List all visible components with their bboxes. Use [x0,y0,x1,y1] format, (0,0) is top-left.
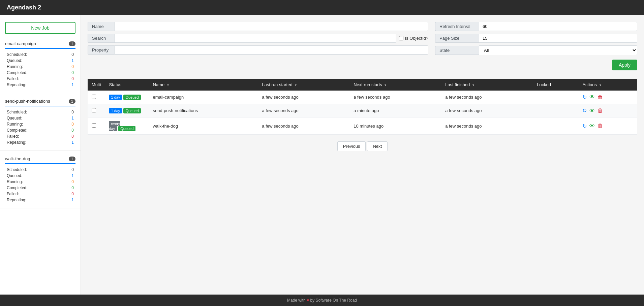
next-run-sort-icon[interactable]: ▾ [385,83,386,87]
refresh-icon[interactable]: ↻ [582,107,587,114]
name-label: Name [88,22,115,31]
jobs-table: Multi Status Name ▾ Last run started ▾ N… [88,79,637,135]
stat-value: 1 [71,58,74,63]
stat-value: 0 [71,110,74,114]
row-actions-cell: ↻👁🗑 [578,104,637,117]
sidebar-job-header[interactable]: email-campaign1 [0,39,81,48]
sidebar-stat-row: Repeating:1 [0,82,81,88]
table-header: Multi Status Name ▾ Last run started ▾ N… [88,79,637,91]
stat-value: 0 [71,128,74,133]
row-last-finished: a few seconds ago [441,91,533,104]
action-icons: ↻👁🗑 [582,107,633,114]
footer-text-after: by Software On The Road [310,298,357,303]
stat-value: 0 [71,76,74,81]
sidebar-stat-row: Failed:0 [0,191,81,197]
stat-label: Running: [7,64,23,69]
table-header-row: Multi Status Name ▾ Last run started ▾ N… [88,79,637,91]
stat-value: 1 [71,116,74,121]
new-job-button[interactable]: New Job [5,22,75,34]
sidebar-job-badge: 1 [69,41,75,46]
state-select[interactable]: AllScheduledQueuedRunningCompletedFailed… [479,45,637,55]
last-run-sort-icon[interactable]: ▾ [295,83,297,87]
name-input[interactable] [115,22,428,31]
row-checkbox[interactable] [92,95,96,99]
row-actions-cell: ↻👁🗑 [578,91,637,104]
view-icon[interactable]: 👁 [589,123,595,129]
row-last-run-started: a few seconds ago [258,117,349,135]
stat-value: 0 [71,192,74,196]
delete-icon[interactable]: 🗑 [597,123,603,129]
property-filter-row: Property [88,45,428,55]
is-objectid-checkbox[interactable] [399,36,403,40]
table-row: 1 dayQueuedsend-push-notificationsa few … [88,104,637,117]
row-checkbox[interactable] [92,108,96,112]
next-button[interactable]: Next [367,141,388,151]
name-sort-icon[interactable]: ▾ [167,83,169,87]
refresh-icon[interactable]: ↻ [582,123,587,129]
col-last-run-started: Last run started ▾ [258,79,349,91]
last-finished-sort-icon[interactable]: ▾ [472,83,474,87]
sidebar: New Job email-campaign1Scheduled:0Queued… [0,15,81,295]
stat-label: Completed: [7,185,27,190]
row-checkbox-cell [88,117,105,135]
row-checkbox-cell [88,104,105,117]
state-row: State AllScheduledQueuedRunningCompleted… [435,45,637,55]
stat-value: 0 [71,179,74,184]
row-name-cell: walk-the-dog [149,117,258,135]
previous-button[interactable]: Previous [337,141,366,151]
col-actions: Actions ▾ [578,79,637,91]
row-last-finished: a few seconds ago [441,104,533,117]
sidebar-stat-row: Scheduled:0 [0,52,81,58]
search-input[interactable] [115,34,396,43]
property-input[interactable] [115,45,428,55]
view-icon[interactable]: 👁 [589,108,595,114]
sidebar-job-underline [5,48,75,49]
stat-label: Running: [7,179,23,184]
heart-icon: ♥ [307,298,309,303]
sidebar-stat-row: Scheduled:0 [0,167,81,173]
row-locked [533,104,578,117]
filter-right: Refresh Interval Page Size State AllSche… [435,22,637,74]
apply-button[interactable]: Apply [612,60,637,70]
row-checkbox[interactable] [92,123,96,128]
row-name-cell: send-push-notifications [149,104,258,117]
sidebar-job-send-push-notifications: send-push-notifications1Scheduled:0Queue… [0,97,81,151]
refresh-interval-row: Refresh Interval [435,22,637,31]
stat-value: 1 [71,173,74,178]
name-filter-row: Name [88,22,428,31]
refresh-interval-input[interactable] [479,22,637,31]
sidebar-job-underline [5,106,75,106]
page-size-input[interactable] [479,34,637,43]
table-row: 1 dayQueuedemail-campaigna few seconds a… [88,91,637,104]
delete-icon[interactable]: 🗑 [597,108,603,114]
app-title: Agendash 2 [7,4,41,11]
stat-label: Scheduled: [7,110,27,114]
status-badge: Queued [118,126,135,131]
sidebar-job-header[interactable]: walk-the-dog1 [0,154,81,163]
sidebar-stat-row: Queued:1 [0,115,81,121]
stat-label: Queued: [7,173,22,178]
delete-icon[interactable]: 🗑 [597,94,603,100]
stat-label: Repeating: [7,140,26,145]
col-last-finished: Last finished ▾ [441,79,533,91]
row-next-run-starts: a few seconds ago [349,91,441,104]
row-last-run-started: a few seconds ago [258,91,349,104]
stat-label: Queued: [7,58,22,63]
status-badge: Queued [123,95,141,100]
refresh-icon[interactable]: ↻ [582,94,587,100]
stat-label: Failed: [7,134,19,139]
col-status: Status [105,79,149,91]
table-row: every dayQueuedwalk-the-doga few seconds… [88,117,637,135]
sidebar-stat-row: Running:0 [0,179,81,185]
state-label: State [435,46,479,55]
search-label: Search [88,34,115,43]
stat-value: 0 [71,122,74,127]
row-checkbox-cell [88,91,105,104]
page-size-row: Page Size [435,34,637,43]
sidebar-stat-row: Failed:0 [0,133,81,139]
sidebar-stat-row: Repeating:1 [0,197,81,203]
stat-label: Failed: [7,76,19,81]
sidebar-job-header[interactable]: send-push-notifications1 [0,97,81,106]
stat-value: 0 [71,185,74,190]
view-icon[interactable]: 👁 [589,94,595,100]
